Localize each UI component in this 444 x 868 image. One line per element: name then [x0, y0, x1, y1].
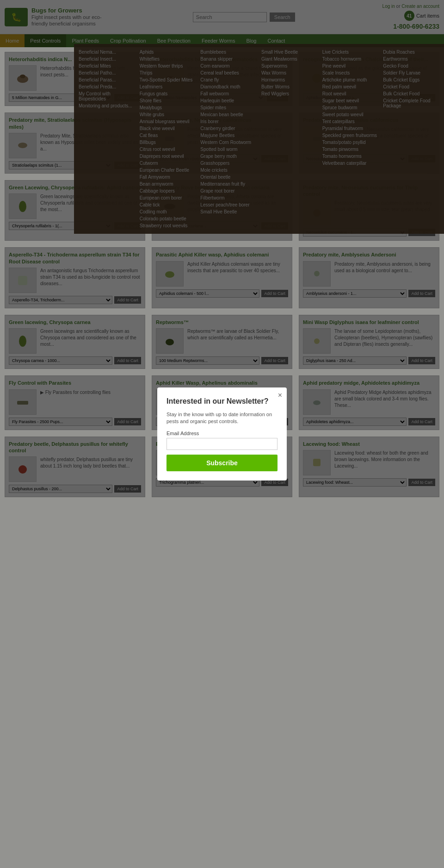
modal-title: Interested in our Newsletter?	[166, 397, 278, 406]
modal-body: Stay in the know with up to date informa…	[166, 411, 278, 425]
subscribe-button[interactable]: Subscribe	[166, 455, 278, 471]
email-label: Email Address	[166, 431, 278, 436]
newsletter-modal: × Interested in our Newsletter? Stay in …	[157, 387, 287, 481]
modal-overlay: × Interested in our Newsletter? Stay in …	[0, 0, 444, 502]
email-input[interactable]	[166, 438, 278, 450]
modal-close-button[interactable]: ×	[278, 391, 282, 400]
